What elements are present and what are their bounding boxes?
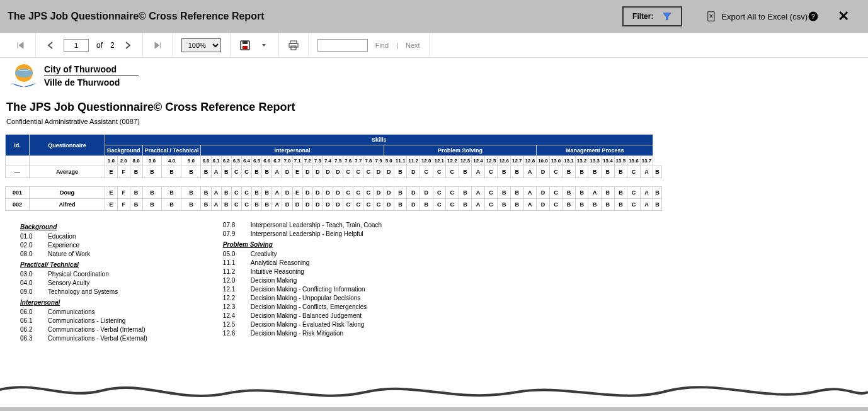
cell: B: [614, 166, 627, 178]
save-button[interactable]: [239, 40, 251, 51]
filter-button[interactable]: Filter:: [622, 6, 682, 26]
find-button[interactable]: Find: [375, 42, 389, 49]
svg-rect-8: [291, 46, 296, 50]
cell: D: [292, 199, 302, 211]
cell: D: [537, 187, 550, 199]
legend-row: 05.0Creativity: [223, 251, 382, 257]
cell: A: [640, 199, 653, 211]
cell: B: [181, 187, 201, 199]
cell: A: [523, 166, 537, 178]
legend-heading: Problem Solving: [223, 241, 382, 248]
col-12.3: 12.3: [459, 156, 472, 166]
legend-text: Decision Making - Evaluated Risk Taking: [251, 321, 364, 328]
col-12.8: 12.8: [523, 156, 537, 166]
cell: C: [353, 166, 363, 178]
legend-code: 12.5: [223, 321, 241, 328]
cell: D: [333, 166, 343, 178]
next-page-button[interactable]: [122, 40, 134, 51]
legend-text: Education: [48, 233, 76, 240]
viewer-toolbar: of 2 100% Find | Next: [0, 33, 868, 58]
legend-code: 06.3: [20, 335, 38, 342]
cell: B: [142, 187, 162, 199]
find-next-button[interactable]: Next: [406, 42, 420, 49]
cell: B: [498, 166, 511, 178]
legend-code: 07.9: [223, 230, 241, 237]
close-icon[interactable]: ✕: [838, 8, 849, 25]
col-13.2: 13.2: [575, 156, 588, 166]
find-input[interactable]: [317, 39, 368, 52]
col-problem-solving: Problem Solving: [384, 145, 536, 156]
col-10.0: 10.0: [537, 156, 550, 166]
legend-text: Communications: [48, 308, 94, 315]
legend-code: 12.3: [223, 303, 241, 310]
cell: B: [262, 187, 272, 199]
col-4.0: 4.0: [162, 156, 181, 166]
cell: D: [323, 166, 333, 178]
cell: D: [333, 199, 343, 211]
legend-row: 03.0Physical Coordination: [20, 271, 147, 278]
col-skills: Skills: [105, 135, 653, 145]
cell: C: [363, 166, 374, 178]
prev-page-button[interactable]: [45, 40, 56, 51]
row-id: 002: [6, 199, 30, 211]
cell: B: [130, 166, 142, 178]
cell: B: [420, 199, 433, 211]
cell: D: [374, 187, 384, 199]
cell: D: [282, 187, 292, 199]
cell: B: [510, 187, 523, 199]
cell: B: [459, 199, 472, 211]
legend-code: 07.8: [223, 222, 241, 228]
legend-heading: Background: [20, 223, 147, 230]
legend-code: 06.1: [20, 317, 38, 324]
cell: B: [653, 199, 662, 211]
cell: B: [252, 187, 262, 199]
help-icon[interactable]: ?: [808, 11, 819, 22]
page-number-input[interactable]: [64, 39, 89, 52]
legend-row: 09.0Technology and Systems: [20, 288, 147, 295]
cell: B: [459, 166, 472, 178]
cell: C: [353, 187, 363, 199]
legend-code: 11.2: [223, 268, 241, 275]
cell: D: [302, 199, 312, 211]
zoom-select[interactable]: 100%: [181, 38, 221, 52]
cell: D: [407, 166, 420, 178]
svg-rect-6: [290, 41, 297, 43]
last-page-button[interactable]: [152, 40, 163, 51]
cell: D: [302, 166, 312, 178]
legend-row: 06.3Communications - Verbal (External): [20, 335, 147, 342]
cell: D: [282, 166, 292, 178]
cell: D: [312, 199, 323, 211]
legend-text: Physical Coordination: [48, 271, 109, 278]
cell: B: [575, 166, 588, 178]
legend-text: Decision Making - Conflicting Informatio…: [251, 286, 365, 293]
legend-row: 12.0Decision Making: [223, 277, 382, 284]
cell: B: [562, 166, 576, 178]
legend-text: Technology and Systems: [48, 288, 118, 295]
print-button[interactable]: [288, 40, 299, 51]
legend-text: Decision Making - Unpopular Decisions: [251, 295, 361, 301]
cell: B: [394, 187, 407, 199]
cell: C: [231, 199, 241, 211]
cell: C: [363, 199, 374, 211]
cell: B: [201, 199, 211, 211]
cell: D: [312, 187, 323, 199]
legend-code: 06.2: [20, 326, 38, 333]
svg-rect-7: [289, 43, 298, 47]
col-13.5: 13.5: [614, 156, 627, 166]
cell: B: [130, 187, 142, 199]
cell: C: [433, 199, 446, 211]
cell: C: [343, 166, 353, 178]
save-dropdown[interactable]: [258, 40, 270, 51]
legend-row: 02.0Experience: [20, 242, 147, 249]
col-12.0: 12.0: [420, 156, 433, 166]
first-page-button[interactable]: [15, 40, 26, 51]
legend-code: 09.0: [20, 288, 38, 295]
cell: D: [333, 187, 343, 199]
cell: C: [420, 166, 433, 178]
export-excel-button[interactable]: Export All to Excel (csv): [707, 11, 808, 21]
col-5.0: 5.0: [384, 156, 394, 166]
legend-code: 12.2: [223, 295, 241, 301]
col-background: Background: [105, 145, 143, 156]
cell: B: [221, 166, 231, 178]
col-7.8: 7.8: [363, 156, 374, 166]
